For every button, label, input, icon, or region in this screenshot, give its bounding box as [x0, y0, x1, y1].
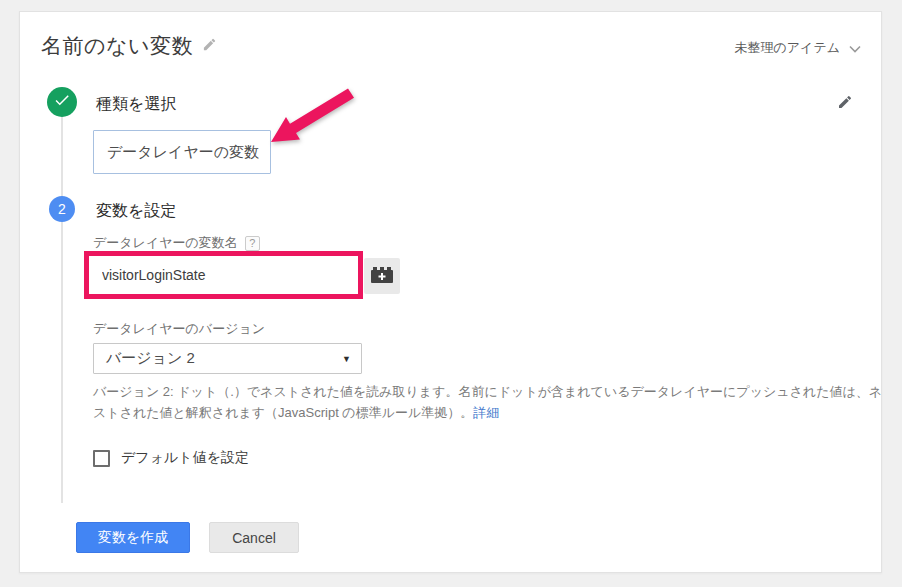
default-value-checkbox[interactable] [93, 450, 110, 467]
variable-name-label-row: データレイヤーの変数名 ? [93, 234, 260, 252]
learn-more-link[interactable]: 詳細 [473, 405, 499, 420]
version-description: バージョン 2: ドット（.）でネストされた値を読み取ります。名前にドットが含ま… [93, 381, 887, 423]
rename-variable-pencil-icon[interactable] [202, 37, 217, 56]
help-icon[interactable]: ? [245, 236, 260, 251]
variable-picker-button[interactable] [364, 258, 400, 294]
step1-complete-badge [47, 87, 77, 117]
annotation-highlight-box [84, 251, 363, 299]
version-label-row: データレイヤーのバージョン [93, 320, 265, 338]
selected-variable-type[interactable]: データレイヤーの変数 [93, 130, 271, 174]
page-title-row: 名前のない変数 [41, 32, 217, 60]
default-value-checkbox-row[interactable]: デフォルト値を設定 [93, 449, 249, 467]
edit-variable-type-button[interactable] [837, 94, 853, 114]
folder-label: 未整理のアイテム [734, 39, 840, 57]
step2-number-badge: 2 [49, 196, 75, 222]
selected-variable-type-label: データレイヤーの変数 [107, 143, 259, 160]
default-value-checkbox-label: デフォルト値を設定 [121, 449, 249, 467]
cancel-button[interactable]: Cancel [209, 522, 299, 553]
variable-name-label: データレイヤーの変数名 [93, 234, 238, 252]
create-variable-button[interactable]: 変数を作成 [76, 522, 190, 553]
annotation-arrow-icon [263, 88, 358, 150]
page-title: 名前のない変数 [41, 32, 193, 60]
version-label: データレイヤーのバージョン [93, 320, 265, 338]
version-selected-option: バージョン 2 [106, 349, 195, 368]
variable-brick-plus-icon [370, 265, 394, 288]
folder-dropdown[interactable]: 未整理のアイテム [734, 39, 861, 57]
chevron-down-icon [849, 41, 861, 56]
variable-name-input[interactable] [89, 256, 358, 294]
check-icon [53, 91, 71, 113]
step2-title: 変数を設定 [96, 201, 176, 222]
stepper-rail [61, 117, 63, 503]
select-caret-icon: ▼ [342, 354, 351, 364]
step1-title: 種類を選択 [96, 94, 176, 115]
variable-editor-card: 名前のない変数 未整理のアイテム 種類を選択 データレイヤーの変数 [19, 11, 882, 573]
version-select[interactable]: バージョン 2 ▼ [93, 343, 362, 374]
